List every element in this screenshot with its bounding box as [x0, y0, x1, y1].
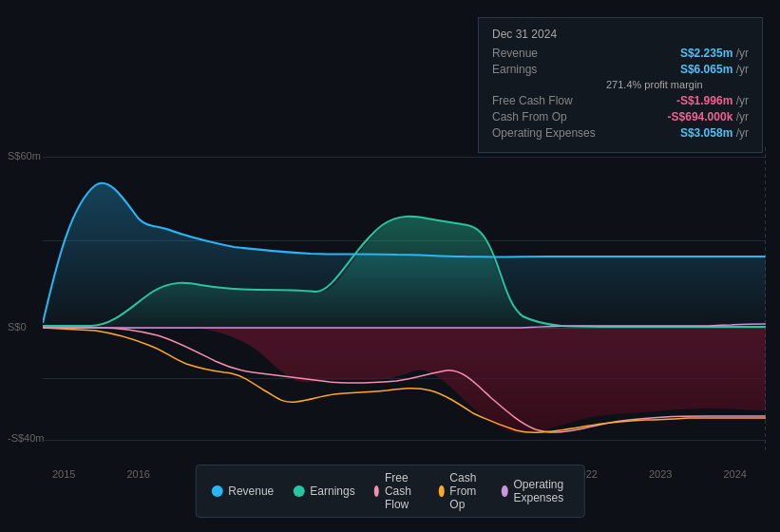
tooltip-label-revenue: Revenue [492, 47, 606, 60]
x-label-2024: 2024 [724, 468, 747, 480]
legend-item-opex[interactable]: Operating Expenses [502, 478, 569, 504]
legend-dot-revenue [211, 485, 222, 497]
tooltip-value-earnings: S$6.065m /yr [680, 63, 749, 76]
tooltip-label-opex: Operating Expenses [492, 126, 606, 140]
legend-dot-cashfromop [439, 485, 444, 497]
x-label-2016: 2016 [127, 468, 150, 480]
chart-svg [43, 147, 766, 451]
legend-dot-fcf [374, 485, 379, 497]
tooltip-value-fcf: -S$1.996m /yr [676, 94, 749, 107]
tooltip-sub-margin: 271.4% profit margin [492, 79, 749, 90]
tooltip-row-cashfromop: Cash From Op -S$694.000k /yr [492, 110, 749, 124]
legend-dot-opex [502, 485, 507, 497]
legend-label-revenue: Revenue [228, 484, 274, 498]
tooltip-label-cashfromop: Cash From Op [492, 110, 606, 124]
legend-dot-earnings [293, 485, 304, 497]
tooltip-box: Dec 31 2024 Revenue S$2.235m /yr Earning… [478, 17, 763, 153]
negative-area [186, 328, 766, 433]
tooltip-label-fcf: Free Cash Flow [492, 94, 606, 107]
legend-label-cashfromop: Cash From Op [449, 471, 483, 511]
tooltip-value-opex: S$3.058m /yr [680, 126, 749, 140]
tooltip-label-earnings: Earnings [492, 63, 606, 76]
tooltip-value-revenue: S$2.235m /yr [680, 47, 749, 60]
legend-item-fcf[interactable]: Free Cash Flow [374, 471, 420, 511]
legend-label-fcf: Free Cash Flow [385, 471, 420, 511]
x-label-2023: 2023 [649, 468, 672, 480]
y-label-top: S$60m [8, 150, 41, 162]
tooltip-row-revenue: Revenue S$2.235m /yr [492, 47, 749, 60]
tooltip-row-earnings: Earnings S$6.065m /yr [492, 63, 749, 76]
x-label-2015: 2015 [52, 468, 75, 480]
y-label-bottom: -S$40m [8, 432, 45, 444]
tooltip-date: Dec 31 2024 [492, 28, 749, 41]
legend-label-earnings: Earnings [310, 484, 354, 498]
legend-item-cashfromop[interactable]: Cash From Op [439, 471, 483, 511]
legend-label-opex: Operating Expenses [513, 478, 568, 504]
legend-item-revenue[interactable]: Revenue [211, 484, 274, 498]
y-label-zero: S$0 [8, 321, 27, 332]
chart-container: Dec 31 2024 Revenue S$2.235m /yr Earning… [0, 0, 780, 532]
tooltip-value-cashfromop: -S$694.000k /yr [668, 110, 749, 124]
chart-legend: Revenue Earnings Free Cash Flow Cash Fro… [195, 465, 585, 518]
tooltip-row-opex: Operating Expenses S$3.058m /yr [492, 126, 749, 140]
tooltip-row-fcf: Free Cash Flow -S$1.996m /yr [492, 94, 749, 107]
legend-item-earnings[interactable]: Earnings [293, 484, 354, 498]
